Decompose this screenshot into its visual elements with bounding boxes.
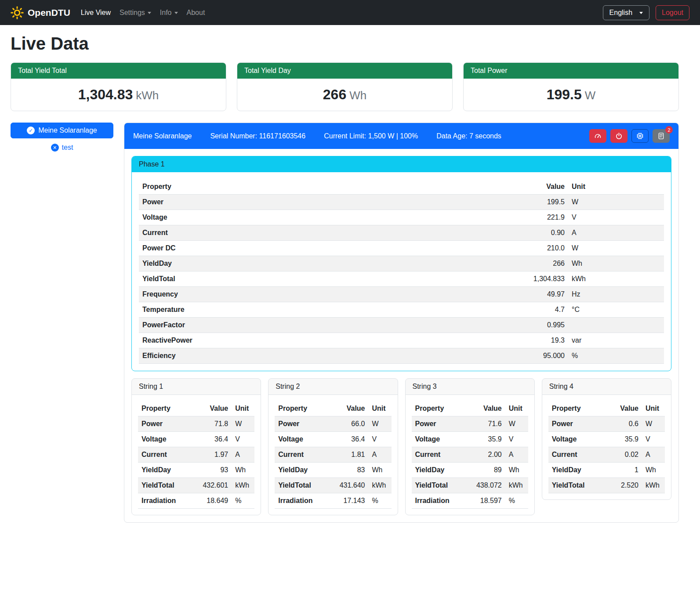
- row-property: Frequency: [139, 287, 396, 302]
- table-row: Current 1.81 A: [275, 447, 391, 463]
- string-card-4: String 4 Property Value Unit: [542, 378, 671, 500]
- table-row: YieldTotal 1,304.833 kWh: [139, 271, 664, 287]
- table-header-row: Property Value Unit: [138, 401, 254, 416]
- phase-card-title: Phase 1: [132, 156, 671, 172]
- row-property: PowerFactor: [139, 318, 396, 333]
- table-row: YieldDay 93 Wh: [138, 463, 254, 478]
- row-property: Voltage: [412, 432, 464, 447]
- phase-card: Phase 1 Property Value Unit: [131, 156, 671, 371]
- content-row: ✓ Meine Solaranlage ✕ test Meine Solaran…: [11, 123, 679, 523]
- nav-item-live-view[interactable]: Live View: [76, 5, 115, 20]
- row-property: YieldDay: [548, 463, 606, 478]
- string-card-title: String 3: [406, 379, 534, 395]
- brand-link[interactable]: OpenDTU: [11, 6, 70, 19]
- row-value: 2.00: [464, 447, 505, 463]
- table-row: YieldTotal 431.640 kWh: [275, 478, 391, 493]
- row-property: ReactivePower: [139, 333, 396, 348]
- nav-item-label: Settings: [120, 9, 145, 17]
- row-value: 1.97: [191, 447, 232, 463]
- row-value: 1: [606, 463, 642, 478]
- column-header-property: Property: [412, 401, 464, 416]
- row-unit: Wh: [232, 463, 254, 478]
- row-unit: %: [369, 493, 392, 509]
- row-value: 1,304.833: [396, 271, 569, 287]
- phase-card-body: Property Value Unit Power 199.5 W: [132, 172, 671, 371]
- language-select[interactable]: English: [603, 5, 649, 20]
- row-property: YieldDay: [138, 463, 191, 478]
- sidebar-item-inverter[interactable]: ✓ Meine Solaranlage: [11, 123, 113, 138]
- string-card-body: Property Value Unit Power 66.0: [268, 395, 397, 515]
- cpu-icon: [636, 132, 644, 140]
- string-table: Property Value Unit Power 66.0: [275, 401, 391, 509]
- summary-card: Total Yield Total 1,304.83kWh: [11, 62, 226, 111]
- brand-label: OpenDTU: [28, 7, 70, 18]
- row-unit: W: [642, 416, 665, 432]
- string-card-3: String 3 Property Value Unit: [405, 378, 535, 515]
- row-value: 432.601: [191, 478, 232, 493]
- limit-settings-button[interactable]: [589, 129, 606, 143]
- summary-card-unit: Wh: [349, 89, 366, 102]
- row-value: 0.90: [396, 225, 569, 241]
- row-unit: A: [369, 447, 392, 463]
- row-value: 431.640: [327, 478, 369, 493]
- event-count-badge: 2: [665, 126, 673, 134]
- table-header-row: Property Value Unit: [139, 179, 664, 195]
- device-info-button[interactable]: [631, 129, 649, 143]
- row-value: 49.97: [396, 287, 569, 302]
- row-value: 19.3: [396, 333, 569, 348]
- row-property: Power: [139, 195, 396, 210]
- table-row: Frequency 49.97 Hz: [139, 287, 664, 302]
- inverter-limit: Current Limit: 1,500 W | 100%: [324, 132, 418, 140]
- row-property: Irradiation: [275, 493, 327, 509]
- table-row: Voltage 35.9 V: [412, 432, 528, 447]
- power-icon: [615, 132, 623, 140]
- row-value: 17.143: [327, 493, 369, 509]
- row-unit: var: [568, 333, 664, 348]
- table-row: YieldTotal 2.520 kWh: [548, 478, 665, 493]
- summary-card-value: 266: [323, 87, 346, 102]
- logout-button[interactable]: Logout: [656, 5, 689, 20]
- row-unit: V: [642, 432, 665, 447]
- row-property: YieldDay: [275, 463, 327, 478]
- row-value: 438.072: [464, 478, 505, 493]
- row-unit: Wh: [568, 256, 664, 271]
- row-unit: W: [369, 416, 392, 432]
- row-property: Power: [138, 416, 191, 432]
- table-row: Current 1.97 A: [138, 447, 254, 463]
- table-row: YieldTotal 432.601 kWh: [138, 478, 254, 493]
- string-table: Property Value Unit Power 0.6: [548, 401, 665, 493]
- table-row: Irradiation 17.143 %: [275, 493, 391, 509]
- chevron-down-icon: [148, 12, 151, 14]
- summary-cards-row: Total Yield Total 1,304.83kWh Total Yiel…: [11, 62, 679, 111]
- table-row: Current 0.90 A: [139, 225, 664, 241]
- row-value: 93: [191, 463, 232, 478]
- row-value: 35.9: [606, 432, 642, 447]
- chevron-down-icon: [174, 12, 178, 14]
- row-value: 71.8: [191, 416, 232, 432]
- row-value: 95.000: [396, 348, 569, 364]
- event-log-button[interactable]: 2: [653, 129, 670, 143]
- sidebar-item-test[interactable]: ✕ test: [11, 144, 113, 152]
- string-card-1: String 1 Property Value Unit: [131, 378, 261, 515]
- table-row: Power 199.5 W: [139, 195, 664, 210]
- summary-card: Total Yield Day 266Wh: [237, 62, 453, 111]
- power-button[interactable]: [610, 129, 627, 143]
- column-header-value: Value: [396, 179, 569, 195]
- row-value: 0.02: [606, 447, 642, 463]
- row-unit: kWh: [369, 478, 392, 493]
- language-select-value: English: [609, 9, 632, 17]
- nav-item-settings[interactable]: Settings: [115, 5, 156, 20]
- row-unit: kWh: [505, 478, 528, 493]
- summary-card-body: 1,304.83kWh: [11, 79, 226, 111]
- column-header-property: Property: [548, 401, 606, 416]
- column-header-value: Value: [327, 401, 369, 416]
- string-card-body: Property Value Unit Power 71.8: [132, 395, 261, 515]
- row-value: 71.6: [464, 416, 505, 432]
- row-property: YieldDay: [139, 256, 396, 271]
- row-value: 1.81: [327, 447, 369, 463]
- nav-item-about[interactable]: About: [182, 5, 210, 20]
- row-unit: kWh: [568, 271, 664, 287]
- column-header-value: Value: [464, 401, 505, 416]
- inverter-data-age: Data Age: 7 seconds: [436, 132, 501, 140]
- nav-item-info[interactable]: Info: [156, 5, 182, 20]
